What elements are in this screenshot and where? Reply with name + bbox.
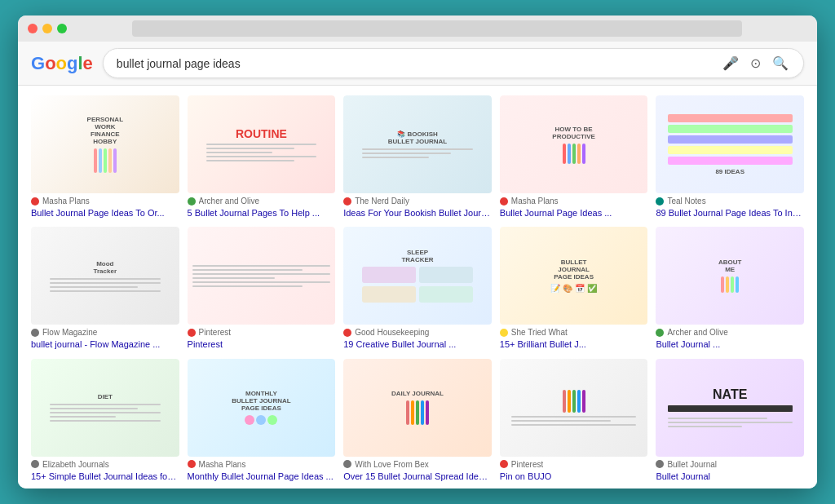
source-name: Masha Plans <box>199 460 246 469</box>
google-toolbar: Google 🎤 ⊙ 🔍 <box>18 42 817 86</box>
search-icons-group: 🎤 ⊙ 🔍 <box>721 54 790 73</box>
source-name: Pinterest <box>199 328 231 337</box>
list-item[interactable]: 89 IDEAS Teal Notes 89 Bullet Journal Pa… <box>656 95 804 219</box>
image-title: Bullet Journal Page Ideas To Or... <box>31 207 179 219</box>
list-item[interactable]: PERSONALWORKFINANCEHOBBY Masha Plans <box>31 95 179 219</box>
image-source: Bullet Journal <box>656 460 804 469</box>
image-grid: PERSONALWORKFINANCEHOBBY Masha Plans <box>31 95 804 489</box>
search-bar[interactable]: 🎤 ⊙ 🔍 <box>103 48 804 78</box>
image-title: Monthly Bullet Journal Page Ideas ... <box>188 471 336 482</box>
image-thumbnail[interactable] <box>188 227 336 325</box>
image-source: Archer and Olive <box>188 197 336 206</box>
traffic-lights <box>28 24 67 33</box>
image-title: Pin on BUJO <box>500 471 648 482</box>
image-thumbnail[interactable]: MoodTracker <box>31 227 179 325</box>
source-name: Archer and Olive <box>199 197 259 206</box>
list-item[interactable]: MoodTracker Flow Magazine bullet journal… <box>31 227 179 350</box>
image-thumbnail[interactable]: ROUTINE <box>188 95 336 193</box>
image-title: 19 Creative Bullet Journal ... <box>343 338 492 350</box>
image-source: Pinterest <box>500 460 648 469</box>
image-source: With Love From Bex <box>343 460 492 469</box>
image-thumbnail[interactable]: DIET <box>31 359 179 457</box>
image-title: 89 Bullet Journal Page Ideas To Inspire … <box>656 207 804 219</box>
image-thumbnail[interactable]: NATE <box>656 359 804 457</box>
source-name: Teal Notes <box>667 197 705 206</box>
source-name: Masha Plans <box>511 197 559 206</box>
list-item[interactable]: Pinterest Pinterest <box>188 227 336 350</box>
list-item[interactable]: SLEEPTRACKER Good Housekeeping 19 Creati… <box>343 227 492 350</box>
browser-window: Google 🎤 ⊙ 🔍 PERSONALWORKFINANCEHOBBY <box>18 15 817 489</box>
source-name: Good Housekeeping <box>355 328 429 337</box>
image-source: Flow Magazine <box>31 328 179 337</box>
list-item[interactable]: HOW TO BEPRODUCTIVE Masha Plans <box>500 95 648 219</box>
image-thumbnail[interactable]: DAILY JOURNAL <box>343 359 492 457</box>
image-thumbnail[interactable]: BULLETJOURNALPAGE IDEAS 📝🎨📅✅ <box>500 227 648 325</box>
search-input[interactable] <box>117 57 714 70</box>
titlebar <box>18 15 817 42</box>
source-name: Elizabeth Journals <box>42 460 109 469</box>
source-name: Flow Magazine <box>42 328 97 337</box>
source-name: The Nerd Daily <box>355 197 409 206</box>
image-title: bullet journal - Flow Magazine ... <box>31 338 179 350</box>
image-thumbnail[interactable] <box>500 359 648 457</box>
address-bar[interactable] <box>132 20 742 37</box>
image-source: Teal Notes <box>656 197 804 206</box>
search-button[interactable]: 🔍 <box>771 54 790 73</box>
image-title: Bullet Journal Page Ideas ... <box>500 207 648 219</box>
microphone-icon[interactable]: 🎤 <box>721 54 740 73</box>
image-source: Good Housekeeping <box>343 328 492 337</box>
list-item[interactable]: Pinterest Pin on BUJO <box>500 359 648 482</box>
list-item[interactable]: NATE Bullet Journal Bullet Journal <box>656 359 804 482</box>
image-source: The Nerd Daily <box>343 197 492 206</box>
maximize-button[interactable] <box>57 24 67 33</box>
image-source: She Tried What <box>500 328 648 337</box>
image-source: Masha Plans <box>188 460 336 469</box>
source-favicon <box>31 329 39 337</box>
source-favicon <box>343 460 351 468</box>
source-favicon <box>656 460 664 468</box>
close-button[interactable] <box>28 24 38 33</box>
source-favicon <box>31 460 39 468</box>
image-thumbnail[interactable]: HOW TO BEPRODUCTIVE <box>500 95 648 193</box>
source-favicon <box>343 197 351 206</box>
list-item[interactable]: 📚 BOOKISHBULLET JOURNAL The Nerd Daily I… <box>343 95 492 219</box>
list-item[interactable]: ABOUTME Archer and Olive Bullet Journal … <box>656 227 804 350</box>
minimize-button[interactable] <box>42 24 52 33</box>
image-title: 15+ Brilliant Bullet J... <box>500 338 648 350</box>
source-favicon <box>500 329 508 337</box>
image-source: Elizabeth Journals <box>31 460 179 469</box>
source-favicon <box>656 197 664 206</box>
list-item[interactable]: DIET Elizabeth Journals 15+ Simp <box>31 359 179 482</box>
image-source: Masha Plans <box>500 197 648 206</box>
image-title: 15+ Simple Bullet Journal Ideas for ... <box>31 471 179 482</box>
image-thumbnail[interactable]: MONTHLYBULLET JOURNALPAGE IDEAS <box>188 359 336 457</box>
list-item[interactable]: DAILY JOURNAL With Love From Bex <box>343 359 492 482</box>
image-title: Bullet Journal <box>656 471 804 482</box>
image-thumbnail[interactable]: 89 IDEAS <box>656 95 804 193</box>
google-logo: Google <box>31 53 93 74</box>
image-title: 5 Bullet Journal Pages To Help ... <box>188 207 336 219</box>
list-item[interactable]: MONTHLYBULLET JOURNALPAGE IDEAS Masha Pl… <box>188 359 336 482</box>
source-favicon <box>343 329 351 337</box>
source-name: Archer and Olive <box>667 328 727 337</box>
lens-icon[interactable]: ⊙ <box>749 54 762 73</box>
image-title: Ideas For Your Bookish Bullet Journal ..… <box>343 207 492 219</box>
image-thumbnail[interactable]: ABOUTME <box>656 227 804 325</box>
source-favicon <box>500 197 508 206</box>
image-thumbnail[interactable]: 📚 BOOKISHBULLET JOURNAL <box>343 95 492 193</box>
image-thumbnail[interactable]: PERSONALWORKFINANCEHOBBY <box>31 95 179 193</box>
list-item[interactable]: ROUTINE Archer and Olive 5 Bulle <box>188 95 336 219</box>
list-item[interactable]: BULLETJOURNALPAGE IDEAS 📝🎨📅✅ She Tried W… <box>500 227 648 350</box>
image-title: Bullet Journal ... <box>656 338 804 350</box>
source-favicon <box>188 460 196 468</box>
image-title: Pinterest <box>188 338 336 350</box>
image-source: Archer and Olive <box>656 328 804 337</box>
image-source: Masha Plans <box>31 197 179 206</box>
source-favicon <box>656 329 664 337</box>
source-favicon <box>188 329 196 337</box>
source-favicon <box>500 460 508 468</box>
image-thumbnail[interactable]: SLEEPTRACKER <box>343 227 492 325</box>
source-name: Pinterest <box>511 460 543 469</box>
source-name: Bullet Journal <box>667 460 717 469</box>
source-name: She Tried What <box>511 328 568 337</box>
